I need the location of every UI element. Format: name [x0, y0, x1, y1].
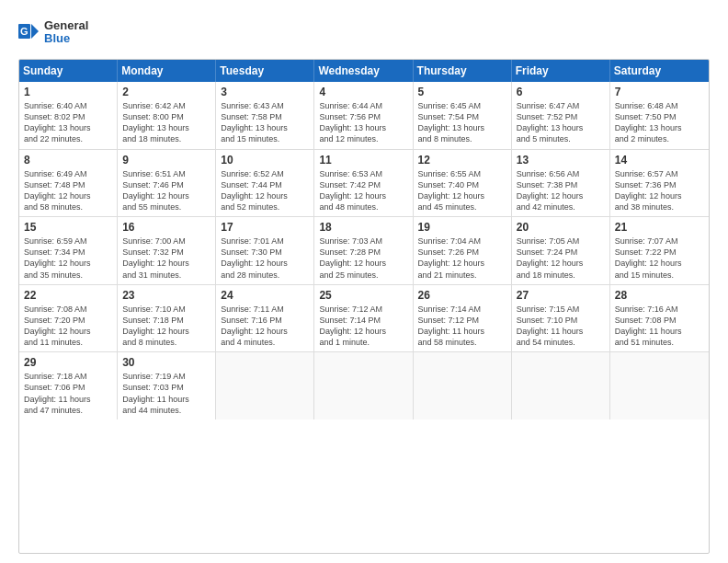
calendar-week-row: 1Sunrise: 6:40 AMSunset: 8:02 PMDaylight…	[19, 82, 709, 150]
day-number: 24	[221, 289, 309, 302]
day-number: 30	[122, 356, 210, 369]
cell-info-line: Sunrise: 7:12 AM	[319, 304, 407, 315]
weekday-header: Monday	[118, 60, 216, 82]
logo-svg: General Blue G	[18, 15, 101, 52]
cell-info-line: Sunset: 7:46 PM	[122, 179, 210, 190]
cell-info-line: Sunset: 7:18 PM	[122, 315, 210, 326]
cell-info-line: Daylight: 11 hours	[24, 394, 112, 405]
cell-info-line: and 15 minutes.	[221, 133, 309, 144]
logo: General Blue G	[18, 15, 101, 52]
calendar-cell: 24Sunrise: 7:11 AMSunset: 7:16 PMDayligh…	[216, 285, 314, 352]
cell-info-line: and 47 minutes.	[24, 405, 112, 416]
day-number: 16	[122, 221, 210, 234]
cell-info-line: Daylight: 13 hours	[418, 122, 506, 133]
cell-info-line: Daylight: 13 hours	[615, 122, 704, 133]
calendar-cell: 18Sunrise: 7:03 AMSunset: 7:28 PMDayligh…	[314, 217, 413, 284]
cell-info-line: Sunset: 7:48 PM	[24, 179, 112, 190]
calendar-cell: 23Sunrise: 7:10 AMSunset: 7:18 PMDayligh…	[118, 285, 216, 352]
calendar-cell: 12Sunrise: 6:55 AMSunset: 7:40 PMDayligh…	[414, 150, 512, 217]
calendar-cell: 25Sunrise: 7:12 AMSunset: 7:14 PMDayligh…	[314, 285, 413, 352]
cell-info-line: Sunrise: 6:49 AM	[24, 168, 112, 179]
calendar-cell	[512, 352, 610, 419]
cell-info-line: Daylight: 12 hours	[24, 190, 112, 201]
cell-info-line: Sunset: 7:36 PM	[615, 179, 704, 190]
day-number: 20	[517, 221, 605, 234]
calendar-cell: 20Sunrise: 7:05 AMSunset: 7:24 PMDayligh…	[512, 217, 610, 284]
day-number: 7	[615, 86, 704, 98]
calendar-cell: 1Sunrise: 6:40 AMSunset: 8:02 PMDaylight…	[19, 82, 118, 149]
calendar-cell: 3Sunrise: 6:43 AMSunset: 7:58 PMDaylight…	[216, 82, 314, 149]
cell-info-line: Daylight: 13 hours	[122, 122, 210, 133]
page: General Blue G SundayMondayTuesdayWednes…	[0, 0, 728, 563]
cell-info-line: Daylight: 13 hours	[319, 122, 407, 133]
cell-info-line: Daylight: 12 hours	[122, 326, 210, 337]
cell-info-line: Sunrise: 7:11 AM	[221, 304, 309, 315]
cell-info-line: Sunset: 7:06 PM	[24, 382, 112, 393]
cell-info-line: Sunset: 8:02 PM	[24, 111, 112, 122]
cell-info-line: and 31 minutes.	[122, 270, 210, 281]
cell-info-line: Sunset: 7:28 PM	[319, 247, 407, 258]
cell-info-line: and 18 minutes.	[517, 270, 605, 281]
calendar-cell: 15Sunrise: 6:59 AMSunset: 7:34 PMDayligh…	[19, 217, 118, 284]
cell-info-line: Sunrise: 6:59 AM	[24, 236, 112, 247]
cell-info-line: and 52 minutes.	[221, 201, 309, 213]
cell-info-line: Daylight: 12 hours	[615, 190, 704, 201]
day-number: 23	[122, 289, 210, 302]
cell-info-line: and 5 minutes.	[517, 133, 605, 144]
cell-info-line: and 2 minutes.	[615, 133, 704, 144]
cell-info-line: Daylight: 12 hours	[319, 190, 407, 201]
day-number: 8	[24, 154, 112, 167]
weekday-header: Saturday	[610, 60, 709, 82]
cell-info-line: Sunrise: 7:10 AM	[122, 304, 210, 315]
cell-info-line: Sunset: 7:58 PM	[221, 111, 309, 122]
cell-info-line: Daylight: 11 hours	[517, 326, 605, 337]
cell-info-line: Sunrise: 7:05 AM	[517, 236, 605, 247]
cell-info-line: Sunrise: 7:07 AM	[615, 236, 704, 247]
cell-info-line: and 8 minutes.	[122, 337, 210, 348]
calendar-cell: 9Sunrise: 6:51 AMSunset: 7:46 PMDaylight…	[118, 150, 216, 217]
day-number: 26	[418, 289, 506, 302]
day-number: 9	[122, 154, 210, 167]
day-number: 22	[24, 289, 112, 302]
cell-info-line: and 45 minutes.	[418, 201, 506, 213]
svg-text:G: G	[20, 26, 28, 37]
cell-info-line: Daylight: 11 hours	[615, 326, 704, 337]
cell-info-line: Sunset: 7:16 PM	[221, 315, 309, 326]
cell-info-line: Sunset: 7:42 PM	[319, 179, 407, 190]
cell-info-line: and 4 minutes.	[221, 337, 309, 348]
cell-info-line: Sunrise: 7:04 AM	[418, 236, 506, 247]
calendar-cell: 2Sunrise: 6:42 AMSunset: 8:00 PMDaylight…	[118, 82, 216, 149]
cell-info-line: and 58 minutes.	[24, 201, 112, 213]
cell-info-line: Daylight: 12 hours	[221, 190, 309, 201]
cell-info-line: Sunrise: 7:14 AM	[418, 304, 506, 315]
calendar-cell: 27Sunrise: 7:15 AMSunset: 7:10 PMDayligh…	[512, 285, 610, 352]
calendar-cell: 22Sunrise: 7:08 AMSunset: 7:20 PMDayligh…	[19, 285, 118, 352]
cell-info-line: Sunset: 7:30 PM	[221, 247, 309, 258]
cell-info-line: Daylight: 12 hours	[221, 326, 309, 337]
day-number: 13	[517, 154, 605, 167]
cell-info-line: and 11 minutes.	[24, 337, 112, 348]
cell-info-line: Sunrise: 6:55 AM	[418, 168, 506, 179]
calendar-week-row: 22Sunrise: 7:08 AMSunset: 7:20 PMDayligh…	[19, 285, 709, 353]
calendar-cell: 5Sunrise: 6:45 AMSunset: 7:54 PMDaylight…	[414, 82, 512, 149]
day-number: 11	[319, 154, 407, 167]
cell-info-line: Sunset: 7:32 PM	[122, 247, 210, 258]
cell-info-line: Daylight: 13 hours	[221, 122, 309, 133]
calendar-cell: 30Sunrise: 7:19 AMSunset: 7:03 PMDayligh…	[118, 352, 216, 419]
calendar-cell: 26Sunrise: 7:14 AMSunset: 7:12 PMDayligh…	[414, 285, 512, 352]
calendar-week-row: 29Sunrise: 7:18 AMSunset: 7:06 PMDayligh…	[19, 352, 709, 419]
cell-info-line: Sunset: 7:34 PM	[24, 247, 112, 258]
day-number: 4	[319, 86, 407, 98]
cell-info-line: and 12 minutes.	[319, 133, 407, 144]
calendar-cell: 13Sunrise: 6:56 AMSunset: 7:38 PMDayligh…	[512, 150, 610, 217]
calendar: SundayMondayTuesdayWednesdayThursdayFrid…	[18, 59, 710, 554]
cell-info-line: and 54 minutes.	[517, 337, 605, 348]
cell-info-line: Sunset: 7:40 PM	[418, 179, 506, 190]
day-number: 29	[24, 356, 112, 369]
cell-info-line: Sunset: 7:54 PM	[418, 111, 506, 122]
cell-info-line: and 18 minutes.	[122, 133, 210, 144]
cell-info-line: and 42 minutes.	[517, 201, 605, 213]
cell-info-line: and 51 minutes.	[615, 337, 704, 348]
cell-info-line: Sunrise: 7:15 AM	[517, 304, 605, 315]
calendar-cell: 10Sunrise: 6:52 AMSunset: 7:44 PMDayligh…	[216, 150, 314, 217]
